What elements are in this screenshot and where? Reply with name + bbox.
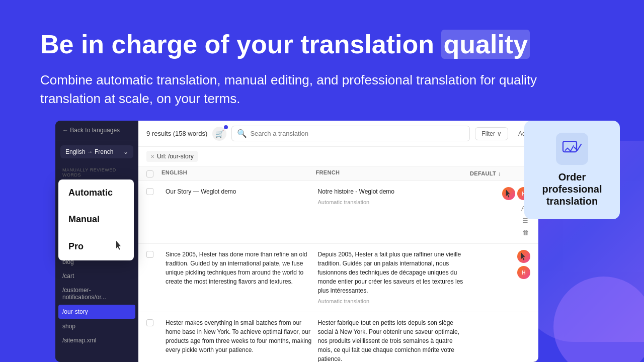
- column-header-french: FRENCH: [316, 169, 470, 177]
- hero-section: Be in charge of your translation quality…: [40, 30, 543, 108]
- toolbar: 9 results (158 words) 🛒 🔍 Filter ∨ Ac: [138, 121, 538, 147]
- sidebar-item-customer-notifications[interactable]: /customer-notifications/or...: [55, 283, 138, 304]
- cell-english: Our Story — Weglot demo: [166, 187, 314, 196]
- table-row: Since 2005, Hester has done more than re…: [138, 244, 538, 312]
- sidebar-item-sitemap[interactable]: /sitemap.xml: [55, 333, 138, 347]
- row-actions: H: [470, 250, 530, 279]
- chevron-down-icon: ∨: [497, 130, 502, 137]
- sort-icon: ↓: [498, 170, 501, 176]
- results-count: 9 results (158 words): [146, 130, 207, 137]
- column-header-english: ENGLISH: [162, 169, 316, 177]
- sidebar-section-label: MANUALLY REVIEWED WORDS: [55, 163, 138, 179]
- table-row: Our Story — Weglot demo Notre histoire -…: [138, 181, 538, 244]
- hero-title: Be in charge of your translation quality: [40, 30, 543, 59]
- search-box[interactable]: 🔍: [231, 126, 470, 141]
- basket-badge: [224, 125, 228, 129]
- translation-type-dropdown[interactable]: Automatic Manual Pro: [58, 179, 134, 260]
- main-content: 9 results (158 words) 🛒 🔍 Filter ∨ Ac ✕ …: [138, 121, 538, 362]
- close-icon[interactable]: ✕: [150, 154, 154, 159]
- table-row: Hester makes everything in small batches…: [138, 312, 538, 363]
- cell-english: Hester makes everything in small batches…: [166, 318, 314, 354]
- select-all-checkbox[interactable]: [146, 170, 153, 177]
- search-input[interactable]: [250, 130, 464, 137]
- delete-icon[interactable]: 🗑: [520, 227, 530, 237]
- cell-french: Notre histoire - Weglot demo Automatic t…: [318, 187, 466, 207]
- chevron-down-icon: ⌄: [123, 148, 128, 155]
- cursor-avatar: [502, 187, 515, 200]
- table-body: Our Story — Weglot demo Notre histoire -…: [138, 181, 538, 362]
- user-avatar-2: H: [517, 266, 530, 279]
- cell-french: Hester fabrique tout en petits lots depu…: [318, 318, 466, 363]
- cell-french: Depuis 2005, Hester a fait plus que raff…: [318, 250, 466, 306]
- sidebar-item-shop[interactable]: shop: [55, 319, 138, 333]
- cell-english: Since 2005, Hester has done more than re…: [166, 250, 314, 286]
- back-to-languages-link[interactable]: ← Back to languages: [55, 121, 138, 140]
- filter-tag-url[interactable]: ✕ Url: /our-story: [146, 151, 198, 162]
- row-checkbox[interactable]: [146, 319, 153, 326]
- dropdown-item-manual[interactable]: Manual: [58, 206, 134, 233]
- order-card-icon: [556, 133, 588, 165]
- order-card-title: Order professional translation: [534, 171, 610, 207]
- sidebar-item-cart[interactable]: /cart: [55, 269, 138, 283]
- row-checkbox[interactable]: [146, 188, 153, 195]
- basket-button[interactable]: 🛒: [212, 127, 226, 141]
- row-checkbox[interactable]: [146, 251, 153, 258]
- row-actions: H Aa ☰ 🗑: [470, 187, 530, 237]
- dropdown-item-automatic[interactable]: Automatic: [58, 179, 134, 206]
- filter-bar: ✕ Url: /our-story: [138, 147, 538, 166]
- cursor-icon: [115, 241, 124, 252]
- language-selector[interactable]: English → French ⌄: [60, 145, 133, 158]
- table-header: ENGLISH FRENCH DEFAULT ↓: [138, 166, 538, 181]
- order-professional-translation-card[interactable]: Order professional translation: [524, 121, 620, 219]
- cursor-avatar-2: [517, 250, 530, 263]
- sidebar-item-our-story[interactable]: /our-story: [58, 305, 135, 319]
- filter-button[interactable]: Filter ∨: [475, 127, 508, 140]
- search-icon: 🔍: [237, 129, 247, 138]
- hero-subtitle: Combine automatic translation, manual ed…: [40, 71, 543, 108]
- dropdown-item-pro[interactable]: Pro: [58, 233, 134, 260]
- column-header-default[interactable]: DEFAULT ↓: [470, 169, 530, 177]
